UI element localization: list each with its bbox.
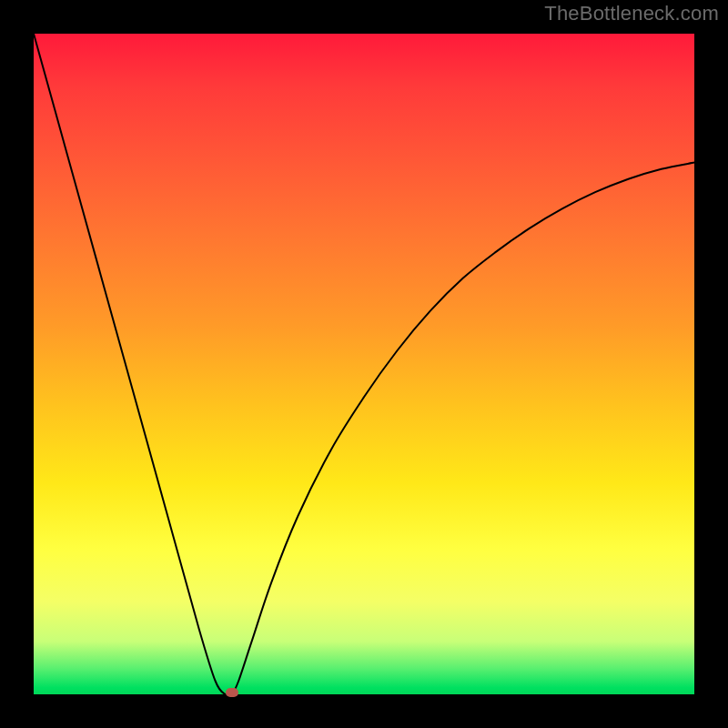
chart-plot-area — [34, 34, 694, 694]
bottleneck-curve — [34, 34, 694, 694]
watermark-text: TheBottleneck.com — [544, 2, 719, 25]
optimum-marker — [226, 688, 238, 697]
chart-frame: TheBottleneck.com — [0, 0, 728, 728]
curve-path — [34, 34, 694, 696]
